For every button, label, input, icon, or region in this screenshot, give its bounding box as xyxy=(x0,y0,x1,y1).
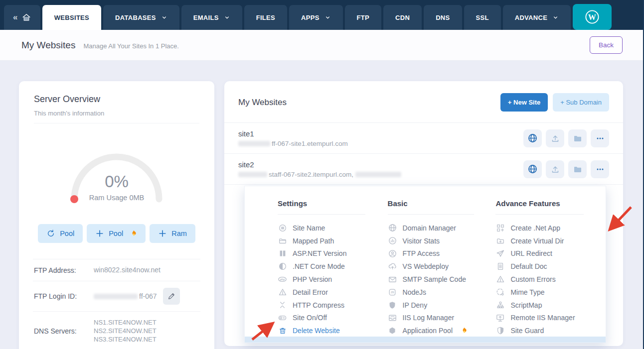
nav-tab-dns[interactable]: DNS xyxy=(424,5,462,30)
nav-tab-websites[interactable]: WEBSITES xyxy=(42,5,101,30)
menu-item-asp-net-version[interactable]: ASP.NET Version xyxy=(278,247,388,260)
new-site-button[interactable]: + New Site xyxy=(500,93,548,112)
menu-item-site-name[interactable]: Site Name xyxy=(278,222,388,234)
globe-action-button[interactable] xyxy=(523,129,542,147)
edit-ftp-login-button[interactable] xyxy=(163,288,180,305)
upload-action-button[interactable] xyxy=(546,129,564,147)
menu-item-ftp-access[interactable]: FTP Access xyxy=(388,247,496,260)
menu-item-mime-type[interactable]: Mime Type xyxy=(495,286,606,299)
shield-filled-icon xyxy=(388,301,397,310)
server-details: FTP Address:win8022.site4now.netFTP Logi… xyxy=(19,259,214,349)
add-pool-button[interactable]: Pool xyxy=(87,224,146,243)
menu-item-label: Domain Manager xyxy=(403,224,456,232)
nav-tab-ftp[interactable]: FTP xyxy=(345,5,381,30)
refresh-pool-button[interactable]: Pool xyxy=(38,224,83,243)
caret-down-icon xyxy=(324,14,331,21)
nav-tab-apps[interactable]: APPS xyxy=(289,5,343,30)
sub-domain-button[interactable]: + Sub Domain xyxy=(553,93,609,112)
globe-action-button[interactable] xyxy=(523,160,542,178)
menu-item-remote-iis-manager[interactable]: Remote IIS Manager xyxy=(495,312,606,325)
detail-value-line: NS1.SITE4NOW.NET xyxy=(94,318,157,327)
menu-item-ip-deny[interactable]: IP Deny xyxy=(388,299,496,312)
back-chevrons-icon: « xyxy=(13,12,18,22)
menu-item-iis-log-manager[interactable]: IIS Log Manager xyxy=(388,312,496,325)
nav-tab-advance[interactable]: ADVANCE xyxy=(503,5,571,30)
nav-tab-ssl[interactable]: SSL xyxy=(464,5,501,30)
menu-item-vs-webdeploy[interactable]: VS Webdeploy xyxy=(388,260,496,273)
globe-outline-icon xyxy=(388,223,397,233)
user-circle-icon xyxy=(388,249,397,258)
menu-item-detail-error[interactable]: Detail Error xyxy=(278,286,388,299)
menu-item-label: Custom Errors xyxy=(510,275,555,283)
ellipsis-action-button[interactable] xyxy=(591,160,609,178)
value-text: NS1.SITE4NOW.NET xyxy=(94,319,157,326)
menu-divider xyxy=(495,214,583,215)
menu-item-site-guard[interactable]: Site Guard xyxy=(495,324,606,337)
ellipsis-icon xyxy=(596,134,605,143)
menu-item-delete-website[interactable]: Delete Website xyxy=(278,324,388,337)
menu-item-label: Mapped Path xyxy=(293,237,334,245)
nav-tab-databases[interactable]: DATABASES xyxy=(103,5,179,30)
folder-action-button[interactable] xyxy=(568,129,587,147)
envelope-icon xyxy=(388,275,397,284)
detail-value-line: win8022.site4now.net xyxy=(94,266,161,274)
menu-item-net-core-mode[interactable]: .NET Core Mode xyxy=(278,260,388,273)
add-ram-button[interactable]: Ram xyxy=(150,224,195,243)
nav-tab-cdn[interactable]: CDN xyxy=(383,5,422,30)
page-subtitle: Manage All Your Sites In 1 Place. xyxy=(83,42,179,50)
list-circle-icon xyxy=(278,224,287,233)
folder-action-button[interactable] xyxy=(568,160,587,178)
home-tab[interactable]: « xyxy=(4,5,40,30)
pencil-icon xyxy=(167,292,176,301)
menu-item-create-net-app[interactable]: Create .Net App xyxy=(495,222,606,234)
menu-item-default-doc[interactable]: Default Doc xyxy=(495,260,606,273)
menu-item-application-pool[interactable]: Application Pool xyxy=(388,324,496,337)
grid-plus-icon xyxy=(495,224,505,233)
menu-item-label: Create .Net App xyxy=(510,224,560,232)
menu-item-site-on-off[interactable]: Site On/Off xyxy=(278,312,388,325)
redacted-text xyxy=(94,294,138,299)
menu-item-domain-manager[interactable]: Domain Manager xyxy=(388,222,496,234)
back-button[interactable]: Back xyxy=(590,36,623,54)
menu-item-scriptmap[interactable]: ScriptMap xyxy=(495,299,606,312)
detail-value-line: ff-067 xyxy=(94,292,157,301)
menu-item-create-virtual-dir[interactable]: Create Virtual Dir xyxy=(495,234,606,247)
nav-tab-emails[interactable]: EMAILS xyxy=(181,5,242,30)
menu-item-php-version[interactable]: phpPHP Version xyxy=(278,273,388,286)
menu-divider xyxy=(278,214,365,215)
menu-item-label: Application Pool xyxy=(403,327,453,335)
menu-item-label: FTP Access xyxy=(403,249,440,257)
menu-item-label: ScriptMap xyxy=(510,301,542,309)
nav-tab-files[interactable]: FILES xyxy=(244,5,287,30)
home-icon xyxy=(21,12,31,22)
server-overview-title: Server Overview xyxy=(34,94,199,105)
menu-item-label: Site Guard xyxy=(510,327,544,335)
site-row-site1: site1ff-067-site1.etempurl.com xyxy=(224,123,623,154)
menu-item-label: ASP.NET Version xyxy=(293,249,346,257)
menu-item-label: Site On/Off xyxy=(293,314,327,322)
wordpress-tab[interactable]: W xyxy=(573,4,612,30)
menu-item-mapped-path[interactable]: Mapped Path xyxy=(278,234,388,247)
menu-item-label: Detail Error xyxy=(293,288,328,296)
globe-icon xyxy=(527,133,538,143)
main-area: Server Overview This month's information… xyxy=(0,61,644,349)
svg-text:W: W xyxy=(588,13,596,21)
menu-item-http-compress[interactable]: HTTP Compress xyxy=(278,299,388,312)
menu-item-custom-errors[interactable]: Custom Errors xyxy=(495,273,606,286)
contrast-icon xyxy=(278,262,287,271)
button-label: Ram xyxy=(171,230,187,237)
nav-tab-label: APPS xyxy=(301,14,320,21)
ellipsis-action-button[interactable] xyxy=(591,129,609,147)
menu-item-smtp-sample-code[interactable]: SMTP Sample Code xyxy=(388,273,496,286)
upload-action-button[interactable] xyxy=(546,160,564,178)
menu-item-nodejs[interactable]: JSNodeJs xyxy=(388,286,496,299)
sitemap-icon xyxy=(495,301,505,310)
menu-item-visitor-stats[interactable]: Visitor Stats xyxy=(388,234,496,247)
warning-icon xyxy=(495,275,505,284)
site-info: site2staff-067-site2.itempurl.com, xyxy=(238,160,403,178)
menu-item-label: Visitor Stats xyxy=(403,237,440,245)
menu-item-url-redirect[interactable]: URL Redirect xyxy=(495,247,606,260)
menu-item-label: Delete Website xyxy=(293,327,340,335)
folder-icon xyxy=(573,133,583,143)
menu-item-label: Mime Type xyxy=(510,288,544,296)
